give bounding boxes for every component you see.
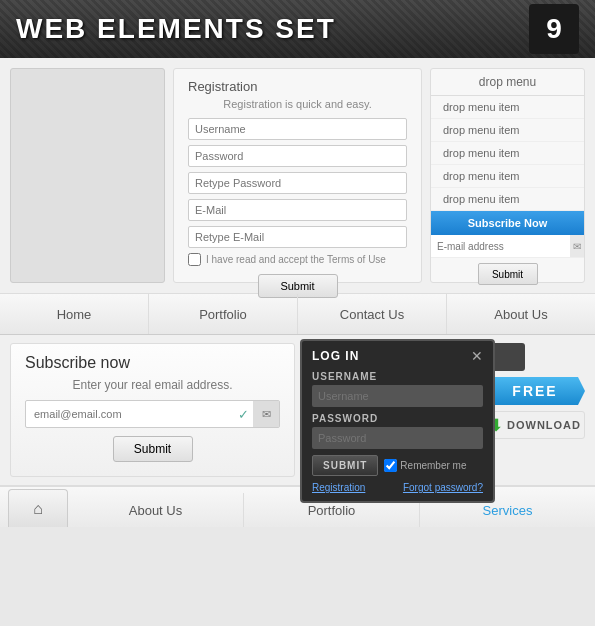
login-password-input[interactable] <box>312 427 483 449</box>
terms-label: I have read and accept the Terms of Use <box>206 254 386 265</box>
nav-item-home[interactable]: Home <box>0 294 149 334</box>
download-button[interactable]: ⬇ DOWNLOAD <box>485 411 585 439</box>
header-title: WEB ELEMENTS SET <box>16 13 336 45</box>
main-area: Registration Registration is quick and e… <box>0 58 595 293</box>
remember-me-row: Remember me <box>384 459 466 472</box>
retype-email-input[interactable] <box>188 226 407 248</box>
registration-subtitle: Registration is quick and easy. <box>188 98 407 110</box>
drop-menu-panel: drop menu drop menu item drop menu item … <box>430 68 585 283</box>
remember-me-label: Remember me <box>400 460 466 471</box>
email-icon: ✉ <box>570 235 584 257</box>
subscribe-email-input[interactable] <box>26 406 234 422</box>
username-input[interactable] <box>188 118 407 140</box>
bottom-nav-about[interactable]: About Us <box>68 493 244 527</box>
subscribe-title: Subscribe now <box>25 354 280 372</box>
registration-link[interactable]: Registration <box>312 482 365 493</box>
login-bottom-row: SUBMIT Remember me <box>312 455 483 476</box>
login-title: LOG IN <box>312 349 359 363</box>
login-modal: LOG IN ✕ USERNAME PASSWORD SUBMIT Rememb… <box>300 339 495 503</box>
drop-menu-title: drop menu <box>431 69 584 96</box>
subscribe-now-button[interactable]: Subscribe Now <box>431 211 584 235</box>
login-submit-button[interactable]: SUBMIT <box>312 455 378 476</box>
terms-row: I have read and accept the Terms of Use <box>188 253 407 266</box>
nav-bar: Home Portfolio Contact Us About Us <box>0 293 595 335</box>
email-row: ✉ <box>431 235 584 258</box>
drop-menu-item[interactable]: drop menu item <box>431 165 584 188</box>
subscribe-input-row: ✓ ✉ <box>25 400 280 428</box>
forgot-password-link[interactable]: Forgot password? <box>403 482 483 493</box>
registration-title: Registration <box>188 79 407 94</box>
bottom-section: Subscribe now Enter your real email addr… <box>0 335 595 485</box>
nav-item-about[interactable]: About Us <box>447 294 595 334</box>
header: WEB ELEMENTS SET 9 <box>0 0 595 58</box>
retype-password-input[interactable] <box>188 172 407 194</box>
drop-menu-item[interactable]: drop menu item <box>431 96 584 119</box>
password-label: PASSWORD <box>312 413 483 424</box>
subscribe-subtitle: Enter your real email address. <box>25 378 280 392</box>
login-links: Registration Forgot password? <box>312 482 483 493</box>
password-input[interactable] <box>188 145 407 167</box>
bottom-nav: ⌂ About Us Portfolio Services <box>0 485 595 527</box>
drop-menu-item[interactable]: drop menu item <box>431 188 584 211</box>
subscribe-panel: Subscribe now Enter your real email addr… <box>10 343 295 477</box>
terms-checkbox[interactable] <box>188 253 201 266</box>
placeholder-image <box>10 68 165 283</box>
right-buttons: FREE ⬇ DOWNLOAD <box>485 343 585 439</box>
free-button[interactable]: FREE <box>485 377 585 405</box>
username-label: USERNAME <box>312 371 483 382</box>
drop-menu-submit-button[interactable]: Submit <box>478 263 538 285</box>
home-icon: ⌂ <box>33 500 43 518</box>
header-badge: 9 <box>529 4 579 54</box>
remember-me-checkbox[interactable] <box>384 459 397 472</box>
check-icon: ✓ <box>234 407 253 422</box>
envelope-icon: ✉ <box>253 401 279 427</box>
subscribe-submit-button[interactable]: Submit <box>113 436 193 462</box>
email-address-input[interactable] <box>431 235 570 257</box>
drop-menu-item[interactable]: drop menu item <box>431 142 584 165</box>
nav-item-portfolio[interactable]: Portfolio <box>149 294 298 334</box>
login-close-button[interactable]: ✕ <box>471 349 483 363</box>
drop-menu-item[interactable]: drop menu item <box>431 119 584 142</box>
email-input[interactable] <box>188 199 407 221</box>
login-username-input[interactable] <box>312 385 483 407</box>
registration-panel: Registration Registration is quick and e… <box>173 68 422 283</box>
nav-item-contact[interactable]: Contact Us <box>298 294 447 334</box>
home-tab-button[interactable]: ⌂ <box>8 489 68 527</box>
download-label: DOWNLOAD <box>507 419 581 431</box>
login-header: LOG IN ✕ <box>312 349 483 363</box>
